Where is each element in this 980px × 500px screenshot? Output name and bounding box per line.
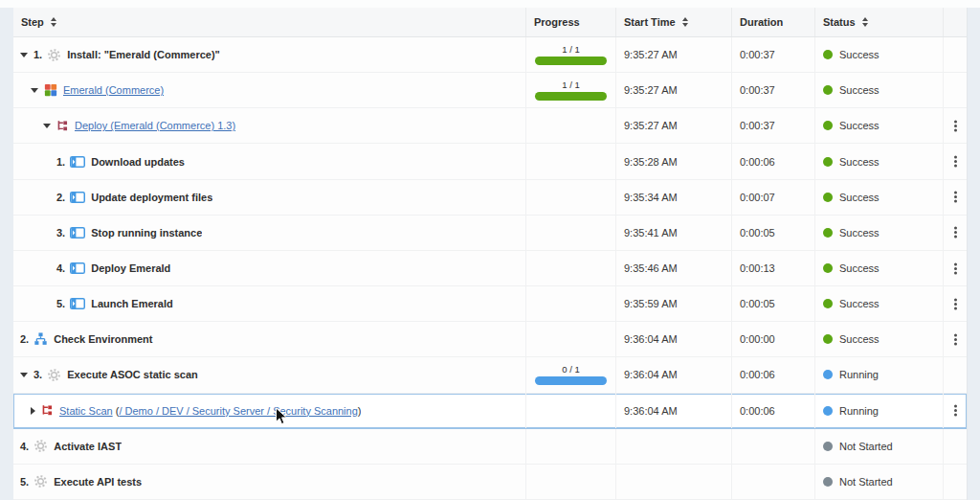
status-cell: Success [814, 37, 943, 72]
column-header-step-label: Step [21, 16, 44, 28]
status-label: Success [839, 49, 880, 60]
step-link[interactable]: Static Scan [59, 405, 113, 417]
progress-cell [525, 322, 615, 356]
table-row[interactable]: 1.Download updates9:35:28 AM0:00:06Succe… [13, 144, 967, 179]
kebab-dots-icon [954, 267, 957, 270]
start-time-cell [615, 429, 731, 464]
kebab-dots-icon [954, 231, 957, 234]
actions-cell [943, 216, 967, 250]
step-label: Activate IAST [54, 441, 122, 452]
table-row[interactable]: 2.Update deployment files9:35:34 AM0:00:… [13, 180, 967, 216]
duration-cell: 0:00:06 [731, 144, 814, 178]
progress-cell [525, 216, 615, 250]
step-label-text: Update deployment files [91, 192, 212, 203]
gear-icon [33, 439, 48, 453]
table-row[interactable]: Deploy (Emerald (Commerce) 1.3)9:35:27 A… [13, 108, 967, 144]
kebab-menu-button[interactable] [948, 295, 962, 312]
actions-cell [943, 322, 967, 356]
step-cell: Deploy (Emerald (Commerce) 1.3) [13, 108, 525, 143]
status-cell: Not Started [814, 465, 943, 499]
step-cell: Static Scan (/ Demo / DEV / Security Ser… [13, 394, 525, 428]
step-label: Install: "Emerald (Commerce)" [67, 49, 220, 60]
kebab-menu-button[interactable] [948, 117, 962, 134]
table-row[interactable]: 3.Execute ASOC static scan0 / 19:36:04 A… [13, 357, 967, 393]
table-row[interactable]: Emerald (Commerce)1 / 19:35:27 AM0:00:37… [13, 73, 967, 108]
process-tree-icon [41, 404, 54, 417]
status-dot [823, 121, 833, 130]
step-label-text: ) [358, 405, 362, 417]
status-dot [823, 299, 833, 308]
status-dot [823, 193, 833, 202]
duration-cell [731, 465, 814, 499]
sort-icon[interactable] [682, 17, 688, 27]
caret-down-icon[interactable] [20, 53, 28, 57]
table-row[interactable]: 3.Stop running instance9:35:41 AM0:00:05… [13, 216, 967, 251]
table-row[interactable]: 4.Activate IASTNot Started [13, 429, 967, 465]
kebab-dots-icon [954, 338, 957, 341]
status-cell: Success [814, 108, 943, 143]
environment-sitemap-icon [33, 332, 48, 346]
kebab-menu-button[interactable] [948, 153, 962, 170]
status-dot [823, 157, 833, 167]
step-link[interactable]: Emerald (Commerce) [63, 84, 164, 96]
column-header-status[interactable]: Status [814, 8, 943, 36]
status-cell: Success [814, 216, 943, 250]
step-label-text: Deploy Emerald [91, 262, 170, 274]
status-cell: Success [814, 73, 943, 107]
table-row[interactable]: 2.Check Environment9:36:04 AM0:00:00Succ… [13, 322, 967, 357]
sort-icon[interactable] [862, 17, 868, 27]
step-label: Execute ASOC static scan [67, 369, 198, 380]
table-row[interactable]: 4.Deploy Emerald9:35:46 AM0:00:13Success [13, 251, 967, 286]
kebab-menu-button[interactable] [948, 402, 962, 420]
progress-cell [525, 286, 615, 321]
table-header: Step Progress Start Time Duration Status [13, 8, 967, 37]
progress-cell [525, 429, 615, 464]
step-number: 2. [20, 333, 29, 345]
table-row[interactable]: 1.Install: "Emerald (Commerce)"1 / 19:35… [13, 37, 967, 73]
table-row[interactable]: 5.Launch Emerald9:35:59 AM0:00:05Success [13, 286, 967, 322]
progress-bar [535, 376, 607, 385]
kebab-menu-button[interactable] [948, 224, 962, 241]
console-step-icon [70, 262, 85, 274]
kebab-dots-icon [954, 125, 957, 127]
step-link[interactable]: Deploy (Emerald (Commerce) 1.3) [75, 120, 235, 131]
caret-right-icon[interactable] [31, 407, 35, 415]
table-row[interactable]: Static Scan (/ Demo / DEV / Security Ser… [13, 394, 967, 429]
column-header-start-time-label: Start Time [624, 16, 676, 28]
status-cell: Running [814, 357, 943, 392]
step-link[interactable]: / Demo / DEV / Security Server / Securit… [119, 405, 357, 417]
progress-bar [535, 57, 607, 65]
caret-down-icon[interactable] [20, 373, 28, 377]
start-time-cell: 9:35:41 AM [615, 216, 731, 250]
kebab-dots-icon [954, 160, 957, 163]
step-cell: 5.Launch Emerald [13, 286, 525, 321]
step-cell: 4.Activate IAST [13, 429, 525, 464]
caret-down-icon[interactable] [31, 88, 38, 93]
column-header-step[interactable]: Step [13, 8, 525, 36]
caret-down-icon[interactable] [43, 124, 51, 128]
column-header-start-time[interactable]: Start Time [615, 8, 731, 36]
step-cell: 2.Check Environment [13, 322, 525, 356]
column-header-actions [943, 8, 967, 36]
status-dot [823, 263, 833, 273]
sort-icon[interactable] [51, 17, 56, 27]
table-row[interactable]: 5.Execute API testsNot Started [13, 465, 967, 500]
progress-cell [525, 144, 615, 178]
column-header-progress-label: Progress [534, 16, 580, 28]
kebab-menu-button[interactable] [948, 189, 962, 206]
step-number: 5. [20, 476, 29, 488]
duration-cell: 0:00:13 [731, 251, 814, 285]
duration-cell: 0:00:07 [731, 180, 814, 215]
step-label-text: Execute API tests [54, 476, 142, 488]
actions-cell [943, 251, 967, 285]
start-time-cell: 9:35:27 AM [615, 73, 731, 107]
step-label: Stop running instance [91, 227, 202, 239]
status-label: Running [839, 405, 879, 417]
step-cell: Emerald (Commerce) [13, 73, 525, 107]
kebab-menu-button[interactable] [948, 260, 962, 277]
gear-icon [47, 48, 61, 62]
duration-cell: 0:00:00 [731, 322, 814, 356]
start-time-cell: 9:36:04 AM [615, 357, 731, 392]
step-cell: 1.Install: "Emerald (Commerce)" [13, 37, 525, 72]
kebab-menu-button[interactable] [948, 330, 962, 348]
